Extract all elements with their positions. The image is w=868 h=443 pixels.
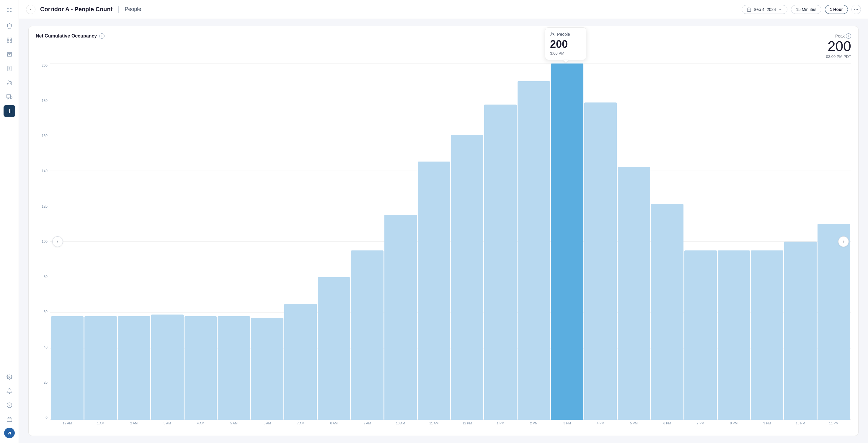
info-icon[interactable]: i <box>99 33 104 39</box>
bar-wrapper[interactable] <box>551 63 583 420</box>
sidebar-dots[interactable] <box>4 5 15 16</box>
bar <box>318 277 350 420</box>
peak-info: Peak i 200 03:00 PM PDT <box>826 33 851 59</box>
bar-wrapper[interactable] <box>118 63 150 420</box>
bar-wrapper[interactable] <box>484 63 517 420</box>
svg-rect-15 <box>6 95 10 98</box>
avatar[interactable]: VI <box>4 427 15 438</box>
svg-rect-4 <box>7 38 9 40</box>
sidebar-item-people[interactable] <box>4 77 16 89</box>
bar-wrapper[interactable] <box>218 63 250 420</box>
interval-15-button[interactable]: 15 Minutes <box>791 5 821 14</box>
peak-time: 03:00 PM PDT <box>826 54 851 59</box>
svg-point-13 <box>8 81 9 82</box>
sidebar-item-layout[interactable] <box>4 34 16 46</box>
x-axis-label: 12 AM <box>51 421 84 429</box>
bar <box>718 250 750 420</box>
chart-section: Net Cumulative Occupancy i Peak i 200 03… <box>28 26 859 436</box>
chart-title-text: Net Cumulative Occupancy <box>36 33 97 39</box>
sidebar-item-report[interactable] <box>4 63 16 75</box>
x-axis-label: 7 PM <box>684 421 717 429</box>
bar-wrapper[interactable] <box>151 63 184 420</box>
bar <box>684 250 717 420</box>
x-axis-label: 6 PM <box>651 421 683 429</box>
chart-title-container: Net Cumulative Occupancy i <box>36 33 104 39</box>
bar <box>85 316 117 420</box>
bar-wrapper[interactable] <box>584 63 617 420</box>
bar <box>817 224 850 420</box>
bar-wrapper[interactable] <box>751 63 783 420</box>
bar-wrapper[interactable] <box>185 63 217 420</box>
bar-wrapper[interactable] <box>684 63 717 420</box>
y-axis-label: 20 <box>36 380 50 385</box>
x-axis-label: 11 PM <box>817 421 850 429</box>
next-button[interactable] <box>838 236 849 247</box>
bar-wrapper[interactable] <box>384 63 417 420</box>
bar <box>284 304 317 420</box>
y-axis-label: 200 <box>36 63 50 68</box>
bar-wrapper[interactable] <box>518 63 550 420</box>
bar-wrapper[interactable] <box>651 63 683 420</box>
svg-rect-7 <box>10 41 11 42</box>
sidebar-item-bell[interactable] <box>4 385 16 397</box>
bar <box>784 242 817 420</box>
svg-rect-8 <box>7 52 12 54</box>
bar <box>218 316 250 420</box>
date-label: Sep 4, 2024 <box>754 7 776 12</box>
header-actions: Sep 4, 2024 15 Minutes 1 Hour ··· <box>742 5 861 14</box>
sidebar: VI <box>0 0 19 443</box>
y-axis-label: 180 <box>36 99 50 103</box>
y-axis-label: 60 <box>36 310 50 314</box>
date-picker-button[interactable]: Sep 4, 2024 <box>742 5 788 14</box>
x-axis-label: 1 PM <box>484 421 517 429</box>
bar-wrapper[interactable] <box>718 63 750 420</box>
y-axis-label: 40 <box>36 345 50 349</box>
bar <box>351 250 383 420</box>
y-axis-label: 0 <box>36 416 50 420</box>
x-axis-label: 1 AM <box>85 421 117 429</box>
sidebar-item-shield[interactable] <box>4 20 16 32</box>
bar <box>518 81 550 420</box>
bar-wrapper[interactable] <box>451 63 484 420</box>
bar-wrapper[interactable] <box>85 63 117 420</box>
sidebar-item-briefcase[interactable] <box>4 413 16 425</box>
x-axis-label: 11 AM <box>418 421 450 429</box>
bar <box>418 161 450 420</box>
peak-info-icon[interactable]: i <box>846 33 851 39</box>
x-axis-label: 9 PM <box>751 421 783 429</box>
bar-wrapper[interactable] <box>284 63 317 420</box>
bar <box>51 316 84 420</box>
page-title: Corridor A - People Count <box>40 6 113 13</box>
sidebar-item-analytics[interactable] <box>4 105 16 117</box>
interval-1h-button[interactable]: 1 Hour <box>825 5 848 14</box>
x-axis-label: 3 PM <box>551 421 583 429</box>
more-options-button[interactable]: ··· <box>851 5 861 14</box>
svg-point-2 <box>7 11 8 12</box>
svg-rect-6 <box>7 41 9 42</box>
sidebar-item-truck[interactable] <box>4 91 16 103</box>
x-axis-label: 4 PM <box>584 421 617 429</box>
y-axis-label: 160 <box>36 134 50 138</box>
y-axis-label: 100 <box>36 239 50 244</box>
bar-wrapper[interactable] <box>418 63 450 420</box>
sidebar-item-archive[interactable] <box>4 49 16 60</box>
prev-button[interactable] <box>52 236 63 247</box>
back-button[interactable]: ‹ <box>26 5 35 14</box>
chart-header: Net Cumulative Occupancy i Peak i 200 03… <box>36 33 851 59</box>
bar-wrapper[interactable] <box>618 63 650 420</box>
bar-wrapper[interactable] <box>251 63 283 420</box>
x-axis-label: 2 AM <box>118 421 150 429</box>
sidebar-item-settings[interactable] <box>4 371 16 383</box>
chevron-down-icon <box>778 7 782 11</box>
bar-wrapper[interactable] <box>784 63 817 420</box>
chart-inner: People 200 3:00 PM 12 AM1 AM2 AM3 AM4 AM… <box>50 63 851 429</box>
svg-point-17 <box>10 98 11 99</box>
y-axis: 020406080100120140160180200 <box>36 63 50 429</box>
peak-value: 200 <box>826 39 851 54</box>
bar <box>151 315 184 420</box>
x-axis-label: 12 PM <box>451 421 484 429</box>
bar-wrapper[interactable] <box>318 63 350 420</box>
sidebar-item-help[interactable] <box>4 399 16 411</box>
svg-point-0 <box>7 8 8 9</box>
bar-wrapper[interactable] <box>351 63 383 420</box>
